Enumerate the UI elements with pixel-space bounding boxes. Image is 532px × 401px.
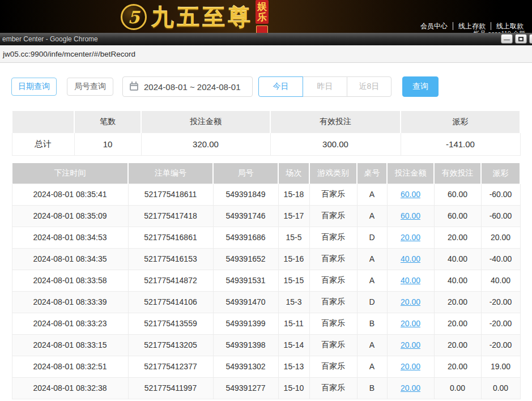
window-controls: — × (501, 34, 532, 44)
bet-amount-link[interactable]: 20.00 (401, 233, 420, 242)
cell-bet-id: 521775416153 (128, 248, 213, 270)
bet-amount-link[interactable]: 60.00 (401, 211, 420, 220)
nav-member-center[interactable]: 会员中心 (415, 22, 453, 30)
cell-bet-time: 2024-08-01 08:34:35 (12, 248, 128, 270)
cell-bet-amount: 20.00 (387, 227, 434, 248)
nav-online-withdraw[interactable]: 线上取款 (491, 22, 529, 30)
cell-session: 15-17 (278, 205, 309, 227)
cell-bet-amount: 60.00 (387, 205, 434, 227)
cell-valid-bet: 40.00 (434, 248, 481, 270)
cell-table-no: A (357, 270, 387, 291)
site-header: 5 九五至尊 娱乐 会员中心 线上存款 线上取款 帐号 asse110 余额 (0, 0, 532, 33)
cell-table-no: A (357, 205, 387, 227)
cell-table-no: B (357, 377, 387, 399)
cell-game-type: 百家乐 (309, 291, 357, 313)
bet-record-page: 日期查询 局号查询 2024-08-01 ~ 2024-08-01 今日 昨日 … (0, 63, 532, 401)
cell-round-id: 549391302 (213, 356, 278, 377)
header-bet-amount: 投注金额 (387, 163, 434, 184)
logo-badge: 娱乐 (256, 0, 269, 24)
cell-bet-time: 2024-08-01 08:32:38 (12, 377, 128, 399)
cell-game-type: 百家乐 (309, 184, 357, 205)
nav-online-deposit[interactable]: 线上存款 (453, 22, 491, 30)
cell-round-id: 549391686 (213, 227, 278, 248)
bet-record-table: 下注时间 注单编号 局号 场次 游戏类别 桌号 投注金额 有效投注 派彩 202… (11, 163, 521, 399)
table-row: 2024-08-01 08:34:35 521775416153 5493916… (12, 248, 520, 270)
cell-bet-amount: 20.00 (387, 334, 434, 356)
header-session: 场次 (278, 163, 309, 184)
cell-bet-time: 2024-08-01 08:33:15 (12, 334, 128, 356)
bet-amount-link[interactable]: 40.00 (401, 254, 420, 263)
table-row: 2024-08-01 08:33:23 521775413559 5493913… (12, 313, 520, 334)
maximize-button[interactable] (515, 34, 527, 44)
cell-bet-amount: 20.00 (387, 291, 434, 313)
bet-amount-link[interactable]: 20.00 (401, 383, 420, 393)
cell-payout: -20.00 (481, 313, 520, 334)
table-row: 2024-08-01 08:32:38 521775411997 5493912… (12, 377, 520, 399)
tab-yesterday[interactable]: 昨日 (303, 76, 347, 97)
cell-bet-id: 521775413559 (128, 313, 213, 334)
table-row: 2024-08-01 08:33:15 521775413205 5493913… (12, 334, 520, 356)
window-titlebar[interactable]: ember Center - Google Chrome (0, 33, 532, 45)
date-query-button[interactable]: 日期查询 (11, 78, 57, 96)
summary-header-count: 笔数 (74, 111, 141, 133)
summary-header-bet-amount: 投注金额 (141, 111, 270, 133)
cell-session: 15-13 (278, 356, 309, 377)
bet-amount-link[interactable]: 20.00 (401, 362, 420, 371)
logo-badge-col: 娱乐 (256, 0, 269, 36)
search-button[interactable]: 查询 (402, 76, 439, 97)
cell-bet-time: 2024-08-01 08:33:23 (12, 313, 128, 334)
address-bar[interactable]: jw05.cc:9900/infe/mcenter/#/betRecord (0, 45, 532, 63)
cell-game-type: 百家乐 (309, 270, 357, 291)
site-logo: 5 九五至尊 娱乐 (121, 2, 269, 32)
close-button[interactable]: × (529, 34, 532, 44)
cell-payout: -60.00 (481, 184, 520, 205)
header-bet-id: 注单编号 (128, 163, 213, 184)
cell-round-id: 549391531 (213, 270, 278, 291)
cell-bet-time: 2024-08-01 08:33:58 (12, 270, 128, 291)
cell-table-no: A (357, 184, 387, 205)
cell-payout: 20.00 (481, 227, 520, 248)
cell-valid-bet: 20.00 (434, 291, 481, 313)
minimize-button[interactable]: — (501, 34, 513, 44)
screen: 5 九五至尊 娱乐 会员中心 线上存款 线上取款 帐号 asse110 余额 e… (0, 0, 532, 401)
cell-table-no: A (357, 334, 387, 356)
cell-bet-time: 2024-08-01 08:34:53 (12, 227, 128, 248)
summary-table: 笔数 投注金额 有效投注 派彩 总计 10 320.00 300.00 -141… (11, 111, 521, 156)
cell-valid-bet: 60.00 (434, 205, 481, 227)
cell-payout: 40.00 (481, 270, 520, 291)
cell-bet-id: 521775417418 (128, 205, 213, 227)
round-query-button[interactable]: 局号查询 (67, 78, 113, 96)
bet-amount-link[interactable]: 20.00 (401, 319, 420, 328)
bet-amount-link[interactable]: 60.00 (401, 190, 420, 199)
header-valid-bet: 有效投注 (434, 163, 481, 184)
cell-bet-amount: 40.00 (387, 270, 434, 291)
cell-payout: 19.00 (481, 356, 520, 377)
cell-session: 15-11 (278, 313, 309, 334)
cell-round-id: 549391277 (213, 377, 278, 399)
cell-bet-time: 2024-08-01 08:35:09 (12, 205, 128, 227)
summary-payout-value: -141.00 (401, 133, 520, 155)
cell-valid-bet: 20.00 (434, 334, 481, 356)
cell-valid-bet: 40.00 (434, 270, 481, 291)
tab-today[interactable]: 今日 (258, 76, 303, 97)
cell-round-id: 549391398 (213, 334, 278, 356)
cell-bet-id: 521775411997 (128, 377, 213, 399)
cell-session: 15-5 (278, 227, 309, 248)
cell-round-id: 549391652 (213, 248, 278, 270)
tab-last-8-days[interactable]: 近8日 (347, 76, 391, 97)
date-range-input[interactable]: 2024-08-01 ~ 2024-08-01 (122, 76, 253, 97)
table-row: 2024-08-01 08:34:53 521775416861 5493916… (12, 227, 520, 248)
summary-bet-amount-value: 320.00 (141, 133, 270, 155)
cell-bet-amount: 20.00 (387, 356, 434, 377)
summary-total-label: 总计 (12, 133, 74, 155)
bet-amount-link[interactable]: 40.00 (401, 276, 420, 285)
cell-bet-id: 521775412377 (128, 356, 213, 377)
header-round-id: 局号 (213, 163, 278, 184)
top-nav: 会员中心 线上存款 线上取款 (415, 22, 529, 30)
table-row: 2024-08-01 08:33:39 521775414106 5493914… (12, 291, 520, 313)
bet-amount-link[interactable]: 20.00 (401, 340, 420, 349)
cell-round-id: 549391470 (213, 291, 278, 313)
bet-amount-link[interactable]: 20.00 (401, 297, 420, 306)
cell-bet-time: 2024-08-01 08:33:39 (12, 291, 128, 313)
cell-bet-id: 521775416861 (128, 227, 213, 248)
